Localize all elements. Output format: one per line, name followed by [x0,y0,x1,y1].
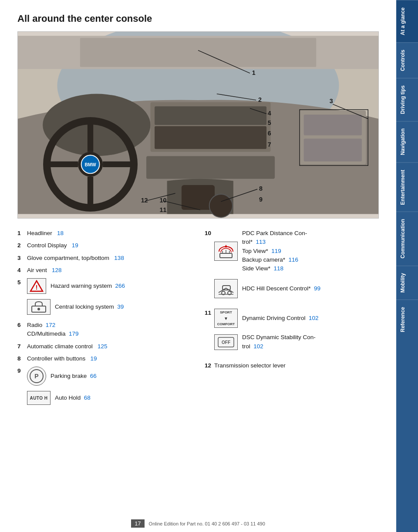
svg-text:8: 8 [259,185,263,192]
sidebar-tab-navigation[interactable]: Navigation [396,121,418,162]
car-dashboard-image: BMW 1 [17,31,379,219]
svg-rect-12 [155,106,266,125]
sidebar: At a glance Controls Driving tips Naviga… [396,0,418,532]
item-7: 7 Automatic climate control 125 [17,342,192,351]
item-8: 8 Controller with buttons 19 [17,354,192,363]
svg-text:3: 3 [330,98,333,104]
svg-text:6: 6 [268,130,271,137]
page-title: All around the center console [17,13,379,24]
svg-text:4: 4 [268,110,271,117]
content-grid: 1 Headliner 18 2 Control Display 19 3 Gl… [17,227,379,411]
item-3: 3 Glove compartment, top/bottom 138 [17,254,192,263]
sidebar-tab-controls[interactable]: Controls [396,42,418,78]
sidebar-tab-entertainment[interactable]: Entertainment [396,162,418,212]
svg-text:1: 1 [252,69,256,76]
svg-rect-13 [155,126,266,149]
svg-rect-19 [304,138,362,161]
hazard-warning-icon: ! [27,278,46,294]
sport-comfort-icon: SPORT ▼ COMFORT [214,309,238,328]
svg-point-16 [209,194,233,217]
svg-marker-49 [225,245,227,247]
main-content: All around the center console [0,0,396,532]
pdc-row: PDC Park Distance Con-trol* 113 Top View… [214,229,379,273]
lock-row: Central locking system 39 [27,299,192,315]
item-12: 12 Transmission selector lever [205,361,379,370]
parking-row: P Parking brake 66 [27,367,192,386]
svg-text:11: 11 [159,206,166,213]
pdc-icon [214,242,238,261]
right-column: 10 [205,227,379,411]
parking-brake-icon: P [27,367,46,386]
svg-rect-48 [220,253,232,258]
item-10: 10 [205,229,379,301]
item-4: 4 Air vent 128 [17,266,192,275]
svg-text:BMW: BMW [84,162,96,167]
item-5: 5 ! Hazard warning system 266 [17,278,192,317]
dsc-off-icon: OFF [214,334,238,350]
svg-text:7: 7 [268,141,271,148]
dsc-row: OFF DSC Dynamic Stability Con-trol 102 [214,333,379,351]
sidebar-tab-mobility[interactable]: Mobility [396,266,418,300]
svg-rect-18 [304,114,362,135]
item-1: 1 Headliner 18 [17,229,192,238]
svg-text:12: 12 [141,197,148,204]
auto-hold-icon: AUTO H [27,391,51,405]
svg-point-45 [37,308,40,310]
page-number: 17 [131,519,144,528]
autoh-row: AUTO H Auto Hold 68 [27,391,192,405]
svg-text:5: 5 [268,119,271,126]
central-locking-icon [27,299,51,315]
svg-text:10: 10 [159,197,166,204]
svg-text:OFF: OFF [222,340,230,345]
footer-text: Online Edition for Part no. 01 40 2 606 … [149,521,265,526]
hazard-row: ! Hazard warning system 266 [27,278,192,294]
hdc-icon [214,279,238,298]
item-11: 11 SPORT ▼ COMFORT Dynamic Driving Contr… [205,309,379,354]
sidebar-tab-at-a-glance[interactable]: At a glance [396,0,418,42]
sidebar-tab-driving-tips[interactable]: Driving tips [396,78,418,121]
item-9: 9 P Parking brake 66 AUTO H [17,367,192,407]
svg-text:P: P [34,373,38,380]
hdc-row: HDC Hill Descent Control* 99 [214,279,379,298]
svg-rect-14 [146,156,275,178]
svg-text:2: 2 [258,96,262,103]
svg-text:9: 9 [259,196,263,203]
sidebar-tab-reference[interactable]: Reference [396,300,418,339]
left-column: 1 Headliner 18 2 Control Display 19 3 Gl… [17,227,192,411]
sport-row: SPORT ▼ COMFORT Dynamic Driving Control … [214,309,379,328]
svg-text:!: ! [36,284,38,291]
item-2: 2 Control Display 19 [17,241,192,250]
sidebar-tab-communication[interactable]: Communication [396,212,418,266]
page-footer: 17 Online Edition for Part no. 01 40 2 6… [0,519,396,528]
item-6: 6 Radio 172 CD/Multimedia 179 [17,321,192,339]
svg-rect-21 [80,38,316,67]
